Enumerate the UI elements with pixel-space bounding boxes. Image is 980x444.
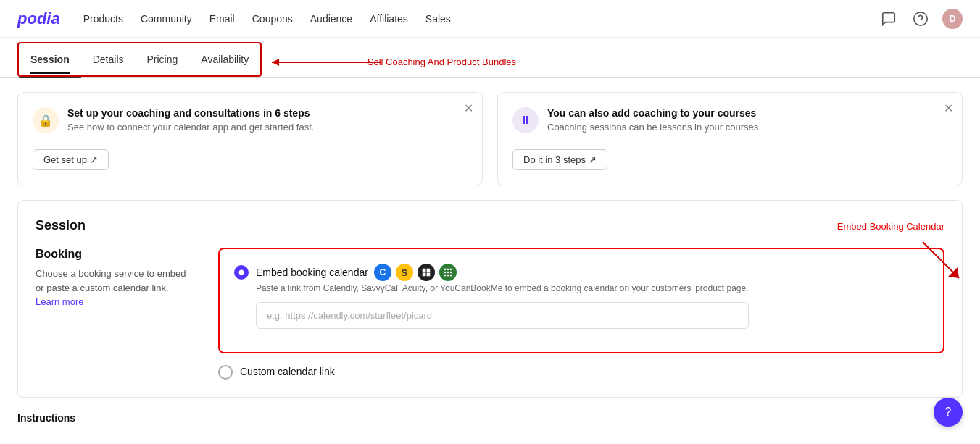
card1-header: 🔒 Set up your coaching and consultations… — [33, 107, 468, 133]
embed-radio-option: Embed booking calendar C S — [234, 264, 929, 329]
session-card-header: Session Embed Booking Calendar — [36, 218, 944, 233]
booking-layout: Booking Choose a booking service to embe… — [36, 248, 944, 380]
svg-rect-13 — [447, 275, 449, 276]
svg-rect-8 — [450, 269, 452, 270]
close-card-2-icon[interactable]: ✕ — [944, 101, 953, 115]
sell-bundle-annotation: Sell Coaching And Product Bundles — [368, 56, 516, 67]
booking-title: Booking — [36, 248, 195, 261]
custom-calendar-radio[interactable] — [218, 365, 233, 380]
close-card-1-icon[interactable]: ✕ — [464, 101, 473, 115]
header-left: podia Products Community Email Coupons A… — [17, 9, 451, 28]
header-right: D — [879, 9, 963, 29]
do-it-steps-button[interactable]: Do it in 3 steps ↗ — [512, 149, 607, 170]
calendar-url-input[interactable] — [256, 302, 749, 329]
logo[interactable]: podia — [17, 9, 60, 28]
embed-option-content: Embed booking calendar C S — [256, 264, 749, 329]
booking-desc: Choose a booking service to embed or pas… — [36, 267, 195, 309]
card2-title: You can also add coaching to your course… — [547, 107, 761, 119]
nav-products[interactable]: Products — [83, 13, 123, 25]
help-circle-icon[interactable] — [910, 9, 931, 29]
embed-option-desc: Paste a link from Calendly, SavvyCal, Ac… — [256, 282, 749, 295]
header: podia Products Community Email Coupons A… — [0, 0, 980, 38]
nav-community[interactable]: Community — [141, 13, 192, 25]
svg-rect-14 — [450, 275, 452, 276]
savvycal-icon: S — [396, 264, 413, 281]
card2-header: ⏸ You can also add coaching to your cour… — [512, 107, 947, 133]
embed-arrow — [915, 235, 973, 293]
svg-rect-10 — [447, 272, 449, 273]
card1-title: Set up your coaching and consultations i… — [67, 107, 314, 119]
pause-icon: ⏸ — [512, 107, 539, 133]
embed-radio-button[interactable] — [234, 265, 249, 280]
embed-label-row: Embed booking calendar C S — [256, 264, 749, 281]
nav-email[interactable]: Email — [209, 13, 235, 25]
info-card-setup: ✕ 🔒 Set up your coaching and consultatio… — [17, 92, 483, 185]
embed-link-area: Embed Booking Calendar — [837, 220, 944, 232]
svg-rect-7 — [447, 269, 449, 270]
svg-point-0 — [914, 12, 927, 25]
tab-bar-outline: Session Details Pricing Availability — [17, 42, 262, 77]
booking-info: Booking Choose a booking service to embe… — [36, 248, 195, 380]
session-card-title: Session — [36, 218, 86, 233]
acuity-icon — [418, 264, 435, 281]
card2-content: You can also add coaching to your course… — [547, 107, 761, 133]
booking-right: Embed booking calendar C S — [218, 248, 944, 380]
card2-desc: Coaching sessions can be lessons in your… — [547, 122, 761, 133]
main-nav: Products Community Email Coupons Audienc… — [83, 13, 451, 25]
get-set-up-button[interactable]: Get set up ↗ — [33, 149, 109, 170]
embed-booking-link[interactable]: Embed Booking Calendar — [837, 221, 944, 232]
lock-icon: 🔒 — [33, 107, 59, 133]
custom-calendar-option: Custom calendar link — [218, 364, 944, 380]
tab-availability[interactable]: Availability — [189, 45, 260, 74]
youcanbook-icon — [439, 264, 457, 281]
embed-option-label: Embed booking calendar — [256, 267, 368, 278]
tab-details[interactable]: Details — [81, 45, 136, 74]
nav-audience[interactable]: Audience — [310, 13, 352, 25]
tab-pricing[interactable]: Pricing — [136, 45, 190, 74]
learn-more-link[interactable]: Learn more — [36, 296, 83, 307]
svg-marker-3 — [272, 59, 279, 66]
svg-rect-11 — [450, 272, 452, 273]
nav-sales[interactable]: Sales — [425, 13, 451, 25]
info-card-courses: ✕ ⏸ You can also add coaching to your co… — [497, 92, 963, 185]
custom-calendar-label: Custom calendar link — [240, 366, 335, 377]
help-button[interactable]: ? — [934, 398, 963, 427]
session-card: Session Embed Booking Calendar Booking C… — [17, 200, 963, 398]
help-button-icon: ? — [945, 406, 952, 419]
chat-icon[interactable] — [879, 9, 899, 29]
calendar-service-icons: C S — [374, 264, 457, 281]
svg-rect-9 — [444, 272, 446, 273]
embed-booking-box: Embed booking calendar C S — [218, 248, 944, 353]
svg-rect-6 — [444, 269, 446, 270]
card1-desc: See how to connect your calendar app and… — [67, 122, 314, 133]
tab-session[interactable]: Session — [19, 45, 81, 74]
nav-affiliates[interactable]: Affiliates — [370, 13, 408, 25]
info-cards-row: ✕ 🔒 Set up your coaching and consultatio… — [0, 78, 980, 200]
avatar[interactable]: D — [942, 9, 963, 29]
instructions-label: Instructions — [0, 412, 980, 430]
nav-coupons[interactable]: Coupons — [252, 13, 293, 25]
card1-content: Set up your coaching and consultations i… — [67, 107, 314, 133]
calendly-icon: C — [374, 264, 391, 281]
svg-rect-12 — [444, 275, 446, 276]
